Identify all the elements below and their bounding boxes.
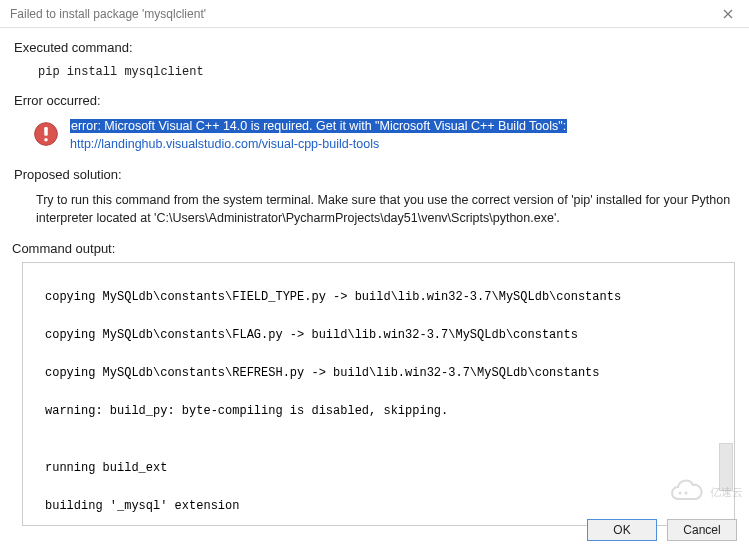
window-title: Failed to install package 'mysqlclient' <box>8 7 206 21</box>
error-block: error: Microsoft Visual C++ 14.0 is requ… <box>14 114 735 163</box>
close-icon[interactable] <box>713 2 743 26</box>
output-line: copying MySQLdb\constants\FLAG.py -> bui… <box>31 326 726 345</box>
proposed-solution-header: Proposed solution: <box>14 167 735 182</box>
error-icon <box>32 120 60 148</box>
ok-button[interactable]: OK <box>587 519 657 541</box>
output-line: copying MySQLdb\constants\REFRESH.py -> … <box>31 364 726 383</box>
proposed-solution-text: Try to run this command from the system … <box>14 188 735 237</box>
error-message-highlight: error: Microsoft Visual C++ 14.0 is requ… <box>70 119 567 133</box>
output-wrap: copying MySQLdb\constants\FIELD_TYPE.py … <box>22 262 735 526</box>
output-line: running build_ext <box>31 459 726 478</box>
error-link[interactable]: http://landinghub.visualstudio.com/visua… <box>70 137 379 151</box>
svg-point-2 <box>44 138 48 142</box>
button-row: OK Cancel <box>587 519 737 541</box>
executed-command-header: Executed command: <box>14 40 735 55</box>
output-line: warning: build_py: byte-compiling is dis… <box>31 402 726 421</box>
error-occurred-header: Error occurred: <box>14 93 735 108</box>
svg-rect-1 <box>44 127 48 136</box>
error-text: error: Microsoft Visual C++ 14.0 is requ… <box>70 118 567 153</box>
command-output-pane[interactable]: copying MySQLdb\constants\FIELD_TYPE.py … <box>22 262 735 526</box>
executed-command-text: pip install mysqlclient <box>14 61 735 89</box>
command-output-header: Command output: <box>12 241 735 256</box>
titlebar: Failed to install package 'mysqlclient' <box>0 0 749 28</box>
cancel-button[interactable]: Cancel <box>667 519 737 541</box>
output-line: copying MySQLdb\constants\FIELD_TYPE.py … <box>31 288 726 307</box>
dialog-content: Executed command: pip install mysqlclien… <box>0 28 749 256</box>
scrollbar-thumb[interactable] <box>719 443 733 491</box>
output-line: building '_mysql' extension <box>31 497 726 516</box>
